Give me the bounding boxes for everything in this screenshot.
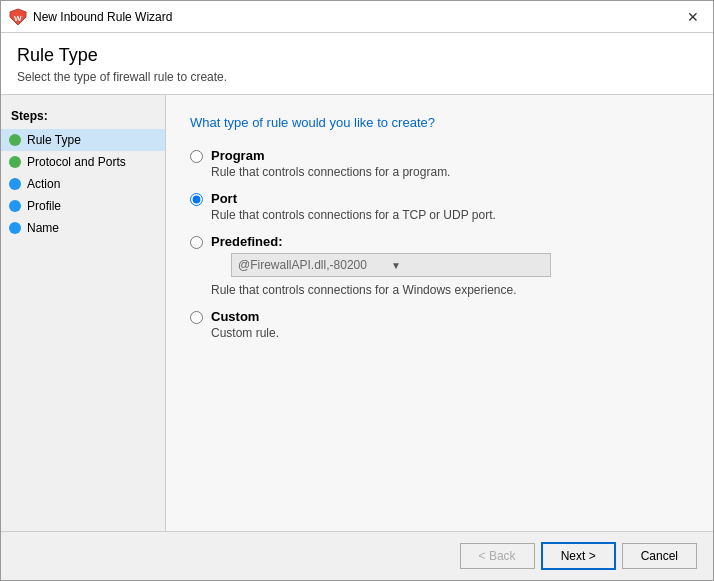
cancel-button[interactable]: Cancel: [622, 543, 697, 569]
title-bar: W New Inbound Rule Wizard ✕: [1, 1, 713, 33]
header-section: Rule Type Select the type of firewall ru…: [1, 33, 713, 95]
svg-text:W: W: [14, 14, 22, 23]
radio-port[interactable]: [190, 193, 203, 206]
back-button[interactable]: < Back: [460, 543, 535, 569]
sidebar-item-rule-type[interactable]: Rule Type: [1, 129, 165, 151]
dot-icon-name: [9, 222, 21, 234]
predefined-dropdown-section: @FirewallAPI.dll,-80200 ▼: [231, 253, 551, 281]
page-subtitle: Select the type of firewall rule to crea…: [17, 70, 697, 84]
sidebar-item-name[interactable]: Name: [1, 217, 165, 239]
wizard-window: W New Inbound Rule Wizard ✕ Rule Type Se…: [0, 0, 714, 581]
sidebar-item-label-name: Name: [27, 221, 59, 235]
sidebar-item-label-protocol: Protocol and Ports: [27, 155, 126, 169]
sidebar-item-label-rule-type: Rule Type: [27, 133, 81, 147]
footer: < Back Next > Cancel: [1, 531, 713, 580]
option-predefined-desc: Rule that controls connections for a Win…: [211, 283, 551, 297]
sidebar-item-label-profile: Profile: [27, 199, 61, 213]
radio-predefined[interactable]: [190, 236, 203, 249]
window-icon: W: [9, 8, 27, 26]
sidebar: Steps: Rule Type Protocol and Ports Acti…: [1, 95, 166, 531]
dot-icon-profile: [9, 200, 21, 212]
title-bar-text: New Inbound Rule Wizard: [33, 10, 681, 24]
dot-icon-protocol: [9, 156, 21, 168]
question-text: What type of rule would you like to crea…: [190, 115, 689, 130]
option-port: Port Rule that controls connections for …: [190, 191, 689, 222]
option-custom-desc: Custom rule.: [211, 326, 279, 340]
sidebar-item-profile[interactable]: Profile: [1, 195, 165, 217]
sidebar-steps-label: Steps:: [1, 105, 165, 129]
radio-custom[interactable]: [190, 311, 203, 324]
dot-icon-action: [9, 178, 21, 190]
chevron-down-icon: ▼: [391, 260, 544, 271]
predefined-dropdown-value: @FirewallAPI.dll,-80200: [238, 258, 391, 272]
option-predefined: Predefined: @FirewallAPI.dll,-80200 ▼ Ru…: [190, 234, 689, 297]
option-program-desc: Rule that controls connections for a pro…: [211, 165, 450, 179]
next-button[interactable]: Next >: [541, 542, 616, 570]
sidebar-item-label-action: Action: [27, 177, 60, 191]
option-port-label[interactable]: Port: [211, 191, 496, 206]
main-panel: What type of rule would you like to crea…: [166, 95, 713, 531]
option-program-label[interactable]: Program: [211, 148, 450, 163]
option-custom-label[interactable]: Custom: [211, 309, 279, 324]
sidebar-item-action[interactable]: Action: [1, 173, 165, 195]
dot-icon-rule-type: [9, 134, 21, 146]
sidebar-item-protocol-ports[interactable]: Protocol and Ports: [1, 151, 165, 173]
radio-program[interactable]: [190, 150, 203, 163]
close-button[interactable]: ✕: [681, 5, 705, 29]
content-area: Steps: Rule Type Protocol and Ports Acti…: [1, 95, 713, 531]
page-title: Rule Type: [17, 45, 697, 66]
predefined-dropdown[interactable]: @FirewallAPI.dll,-80200 ▼: [231, 253, 551, 277]
option-port-desc: Rule that controls connections for a TCP…: [211, 208, 496, 222]
option-program: Program Rule that controls connections f…: [190, 148, 689, 179]
option-predefined-label[interactable]: Predefined:: [211, 234, 551, 249]
option-custom: Custom Custom rule.: [190, 309, 689, 340]
